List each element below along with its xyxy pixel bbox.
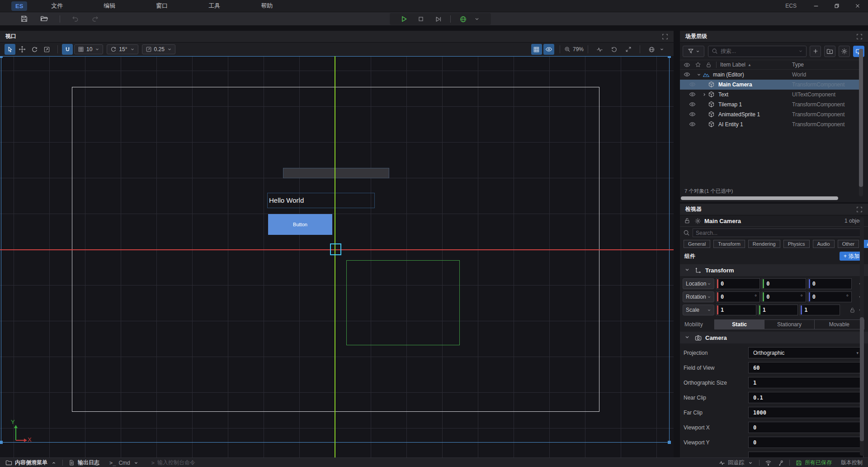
tree-row-ai-entity[interactable]: AI Entity 1 TransformComponent xyxy=(680,119,859,129)
close-button[interactable] xyxy=(847,0,868,12)
viewport-x-input[interactable]: 0 xyxy=(748,422,863,433)
item-label-column[interactable]: Item Label xyxy=(720,62,745,68)
scene-canvas[interactable]: Hello World Button Y X xyxy=(0,56,674,457)
move-tool-button[interactable] xyxy=(17,44,28,55)
type-column[interactable]: Type xyxy=(792,62,804,68)
tree-row-main-camera[interactable]: Main Camera TransformComponent xyxy=(680,80,859,90)
scale-snap-dropdown[interactable]: 0.25 xyxy=(142,44,175,54)
hierarchy-horizontal-scrollbar[interactable] xyxy=(681,196,862,200)
audio-jack-icon[interactable] xyxy=(777,459,784,466)
mobility-stationary-option[interactable]: Stationary xyxy=(764,320,814,329)
play-button[interactable] xyxy=(399,14,408,24)
hierarchy-settings-button[interactable] xyxy=(839,46,850,57)
fullscreen-icon[interactable] xyxy=(623,44,633,54)
camera-bounds-handle[interactable] xyxy=(0,441,3,444)
reset-view-icon[interactable] xyxy=(609,44,619,54)
camera-bounds-handle[interactable] xyxy=(668,56,671,58)
chevron-down-icon[interactable] xyxy=(798,49,803,53)
menu-file[interactable]: 文件 xyxy=(31,0,83,12)
ui-panel-element[interactable] xyxy=(283,168,389,178)
output-log-button[interactable]: 输出日志 xyxy=(68,459,99,467)
viewport-y-input[interactable]: 0 xyxy=(748,437,863,448)
location-y-field[interactable]: 0 xyxy=(762,278,806,289)
camera-section-header[interactable]: Camera xyxy=(680,332,868,343)
inspector-vertical-scrollbar[interactable] xyxy=(860,217,864,456)
eye-icon[interactable] xyxy=(689,111,696,118)
mobility-movable-option[interactable]: Movable xyxy=(815,320,864,329)
snap-tool-button[interactable] xyxy=(62,44,73,55)
zoom-control[interactable]: 79% xyxy=(564,46,584,52)
minimize-button[interactable] xyxy=(806,0,826,12)
text-element[interactable]: Hello World xyxy=(267,193,375,208)
app-logo[interactable]: ES xyxy=(11,1,27,11)
unlock-icon[interactable] xyxy=(684,217,691,224)
angle-snap-dropdown[interactable]: 15° xyxy=(107,44,138,54)
rotation-x-field[interactable]: 0° xyxy=(716,291,760,302)
far-clip-input[interactable]: 1000 xyxy=(748,407,863,418)
select-tool-button[interactable] xyxy=(5,44,15,55)
unlock-icon[interactable] xyxy=(849,307,855,313)
eye-icon[interactable] xyxy=(689,91,696,98)
favorite-column-icon[interactable] xyxy=(694,62,701,68)
scale-z-field[interactable]: 1 xyxy=(800,305,840,315)
filter-button[interactable] xyxy=(683,46,704,57)
tab-other[interactable]: Other xyxy=(838,240,859,248)
step-button[interactable] xyxy=(434,14,443,24)
location-z-field[interactable]: 0 xyxy=(808,278,852,289)
scale-dropdown[interactable]: Scale xyxy=(683,305,714,315)
eye-icon[interactable] xyxy=(684,71,691,78)
new-folder-button[interactable] xyxy=(824,46,835,57)
projection-select[interactable]: Orthographic ▾ xyxy=(748,347,863,358)
stats-icon[interactable] xyxy=(594,44,604,54)
rotation-z-field[interactable]: 0° xyxy=(808,291,852,302)
tree-row-text[interactable]: Text UITextComponent xyxy=(680,90,859,100)
rotation-y-field[interactable]: 0° xyxy=(762,291,806,302)
version-control-button[interactable]: 版本控制 xyxy=(841,459,863,467)
tab-audio[interactable]: Audio xyxy=(813,240,835,248)
save-icon[interactable] xyxy=(19,14,29,24)
lock-column-icon[interactable] xyxy=(705,62,712,68)
globe-run-target-icon[interactable] xyxy=(458,14,467,24)
maximize-button[interactable] xyxy=(826,0,847,12)
viewport-expand-icon[interactable] xyxy=(662,33,668,40)
eye-icon[interactable] xyxy=(689,81,696,88)
cmd-selector[interactable]: >_ Cmd xyxy=(109,459,140,466)
tab-rendering[interactable]: Rendering xyxy=(748,240,780,248)
tab-physics[interactable]: Physics xyxy=(783,240,810,248)
viewport-globe-icon[interactable] xyxy=(646,44,656,54)
eye-icon[interactable] xyxy=(689,101,696,108)
sort-ascending-icon[interactable]: ▲ xyxy=(748,63,751,67)
mobility-static-option[interactable]: Static xyxy=(715,320,764,329)
inspector-expand-icon[interactable] xyxy=(856,206,863,213)
undo-icon[interactable] xyxy=(70,14,80,24)
save-status[interactable]: 所有已保存 xyxy=(795,459,832,467)
redo-icon[interactable] xyxy=(90,14,100,24)
hierarchy-search-input[interactable] xyxy=(721,48,798,54)
grid-toggle-button[interactable] xyxy=(531,44,542,55)
menu-help[interactable]: 帮助 xyxy=(241,0,293,12)
inspector-search-box[interactable] xyxy=(693,229,863,237)
hierarchy-expand-icon[interactable] xyxy=(856,33,863,40)
run-target-chevron-icon[interactable] xyxy=(472,14,481,24)
near-clip-input[interactable]: 0.1 xyxy=(748,392,863,403)
menu-edit[interactable]: 编辑 xyxy=(83,0,136,12)
menu-tools[interactable]: 工具 xyxy=(188,0,241,12)
chevron-down-icon[interactable] xyxy=(695,71,703,78)
network-icon[interactable] xyxy=(765,459,772,466)
visibility-toggle-button[interactable] xyxy=(543,44,554,55)
menu-window[interactable]: 窗口 xyxy=(136,0,188,12)
chevron-down-icon[interactable] xyxy=(657,44,667,54)
tree-row-tilemap[interactable]: Tilemap 1 TransformComponent xyxy=(680,100,859,110)
transform-section-header[interactable]: Transform xyxy=(680,264,868,276)
content-drawer-toggle[interactable]: 内容侧滑菜单 xyxy=(5,459,57,467)
tilemap-bounds-rect[interactable] xyxy=(346,260,460,345)
scale-x-field[interactable]: 1 xyxy=(716,305,756,315)
inspector-search-input[interactable] xyxy=(693,230,863,236)
add-entity-button[interactable] xyxy=(810,46,821,57)
hierarchy-vertical-scrollbar[interactable] xyxy=(859,49,863,196)
camera-selection-gizmo[interactable] xyxy=(330,243,341,255)
hierarchy-search[interactable] xyxy=(708,46,807,57)
rotation-dropdown[interactable]: Rotation xyxy=(683,291,714,302)
scale-tool-button[interactable] xyxy=(41,44,52,55)
button-element[interactable]: Button xyxy=(268,214,332,235)
